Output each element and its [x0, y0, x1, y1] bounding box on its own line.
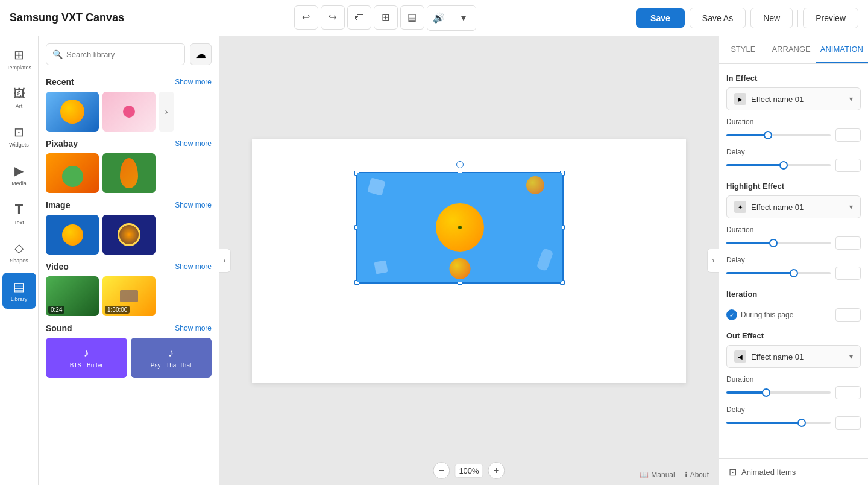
- out-duration-input[interactable]: 25: [835, 386, 861, 399]
- upload-button[interactable]: ☁: [190, 43, 212, 65]
- canvas-selected-element[interactable]: [356, 172, 564, 284]
- highlight-effect-dropdown[interactable]: ✦ Effect name 01 ▾: [726, 195, 861, 218]
- info-icon: ℹ: [685, 471, 688, 479]
- highlight-effect-chevron: ▾: [849, 203, 853, 211]
- library-panel: 🔍 ☁ Recent Show more: [39, 36, 219, 485]
- sound-item-2[interactable]: ♪ Psy - That That: [131, 338, 212, 378]
- video-show-more[interactable]: Show more: [175, 262, 212, 271]
- redo-button[interactable]: ↪: [321, 5, 345, 30]
- check-icon[interactable]: ✓: [726, 309, 737, 320]
- zoom-in-button[interactable]: +: [488, 462, 505, 479]
- tab-style[interactable]: STYLE: [719, 36, 767, 63]
- tab-animation[interactable]: ANIMATION: [816, 36, 868, 63]
- save-as-button[interactable]: Save As: [690, 8, 746, 28]
- search-input[interactable]: [66, 50, 178, 59]
- hl-delay-input[interactable]: 46: [835, 267, 861, 280]
- grid-button[interactable]: ⊞: [374, 5, 398, 30]
- pixabay-item-1[interactable]: [46, 153, 99, 193]
- manual-button[interactable]: 📖 Manual: [640, 471, 675, 479]
- art-icon: 🖼: [13, 87, 25, 101]
- out-delay-fill: [726, 422, 802, 424]
- image-show-more[interactable]: Show more: [175, 201, 212, 209]
- animated-items-icon: ⊡: [729, 466, 737, 478]
- in-effect-dropdown[interactable]: ▶ Effect name 01 ▾: [726, 87, 861, 110]
- collapse-right-button[interactable]: ›: [707, 249, 719, 273]
- out-effect-section: Out Effect ◀ Effect name 01 ▾ Duration: [726, 331, 861, 430]
- pixabay-show-more[interactable]: Show more: [175, 139, 212, 148]
- image-grid: [46, 215, 212, 255]
- collapse-left-button[interactable]: ‹: [219, 249, 231, 273]
- zoom-value[interactable]: 100%: [454, 464, 483, 478]
- out-effect-chevron: ▾: [849, 352, 853, 361]
- hl-delay-thumb[interactable]: [790, 269, 798, 277]
- out-duration-thumb[interactable]: [762, 388, 770, 397]
- recent-item-1[interactable]: [46, 92, 99, 132]
- video-badge-2: 1:30:00: [105, 306, 130, 314]
- recent-show-more[interactable]: Show more: [175, 78, 212, 86]
- preview-button[interactable]: Preview: [803, 8, 858, 28]
- app-title: Samsung VXT Canvas: [10, 11, 124, 24]
- tab-arrange[interactable]: ARRANGE: [767, 36, 815, 63]
- in-delay-track[interactable]: [726, 164, 831, 166]
- out-delay-track[interactable]: [726, 422, 831, 424]
- in-delay-input[interactable]: 40: [835, 159, 861, 172]
- recent-arrow[interactable]: ›: [159, 92, 174, 132]
- image-item-2[interactable]: [102, 215, 156, 255]
- sound-grid: ♪ BTS - Butter ♪ Psy - That That: [46, 338, 212, 378]
- search-icon: 🔍: [52, 49, 63, 59]
- audio-button[interactable]: 🔊: [427, 6, 451, 30]
- out-delay-thumb[interactable]: [797, 419, 806, 427]
- in-delay-row: Delay 40: [726, 148, 861, 172]
- animated-items-footer[interactable]: ⊡ Animated Items: [719, 458, 868, 485]
- hl-duration-input[interactable]: 35: [835, 236, 861, 250]
- pixabay-item-2[interactable]: [102, 153, 156, 193]
- zoom-out-button[interactable]: −: [433, 462, 450, 479]
- sidebar-item-templates[interactable]: ⊞ Templates: [2, 41, 36, 77]
- pixabay-grid: [46, 153, 212, 193]
- iteration-value-input[interactable]: 20: [835, 308, 861, 322]
- video-item-2[interactable]: 1:30:00: [102, 276, 156, 316]
- music-note-icon-2: ♪: [168, 347, 174, 360]
- hl-duration-fill: [726, 242, 773, 244]
- rotate-handle[interactable]: [456, 161, 464, 168]
- in-effect-section: In Effect ▶ Effect name 01 ▾ Duration: [726, 74, 861, 172]
- out-duration-track[interactable]: [726, 391, 831, 394]
- text-icon: T: [15, 201, 23, 217]
- sidebar-item-library[interactable]: ▤ Library: [2, 273, 36, 309]
- out-effect-dropdown[interactable]: ◀ Effect name 01 ▾: [726, 345, 861, 368]
- out-delay-input[interactable]: 45: [835, 416, 861, 430]
- in-delay-thumb[interactable]: [779, 161, 788, 170]
- hl-duration-track[interactable]: [726, 242, 831, 244]
- in-duration-input[interactable]: 30: [835, 128, 861, 142]
- sidebar-item-shapes[interactable]: ◇ Shapes: [2, 234, 36, 270]
- sidebar-item-text[interactable]: T Text: [2, 195, 36, 232]
- search-box[interactable]: 🔍: [46, 43, 185, 65]
- sound-show-more[interactable]: Show more: [175, 324, 212, 332]
- main-area: ⊞ Templates 🖼 Art ⊡ Widgets ▶ Media T Te…: [0, 36, 868, 485]
- canvas-frame[interactable]: [252, 139, 686, 383]
- in-duration-thumb[interactable]: [764, 131, 772, 139]
- undo-button[interactable]: ↩: [294, 5, 318, 30]
- hl-delay-fill: [726, 272, 794, 274]
- hl-duration-thumb[interactable]: [769, 239, 778, 247]
- save-button[interactable]: Save: [636, 8, 685, 28]
- layers-button[interactable]: ▤: [400, 5, 424, 30]
- hl-delay-track[interactable]: [726, 272, 831, 274]
- video-item-1[interactable]: 0:24: [46, 276, 99, 316]
- new-button[interactable]: New: [750, 8, 793, 28]
- sound-item-1[interactable]: ♪ BTS - Butter: [46, 338, 127, 378]
- manual-icon: 📖: [640, 471, 649, 479]
- sidebar-item-widgets[interactable]: ⊡ Widgets: [2, 118, 36, 154]
- image-item-1[interactable]: [46, 215, 99, 255]
- out-effect-icon: ◀: [734, 350, 746, 363]
- divider: [797, 10, 798, 27]
- about-button[interactable]: ℹ About: [685, 471, 709, 479]
- iteration-label: Iteration: [726, 290, 757, 299]
- library-icon: ▤: [13, 279, 25, 294]
- in-duration-track[interactable]: [726, 134, 831, 136]
- recent-item-2[interactable]: [102, 92, 156, 132]
- tag-button[interactable]: 🏷: [347, 5, 371, 30]
- sidebar-item-media[interactable]: ▶ Media: [2, 157, 36, 193]
- audio-dropdown-button[interactable]: ▾: [451, 6, 476, 30]
- sidebar-item-art[interactable]: 🖼 Art: [2, 80, 36, 116]
